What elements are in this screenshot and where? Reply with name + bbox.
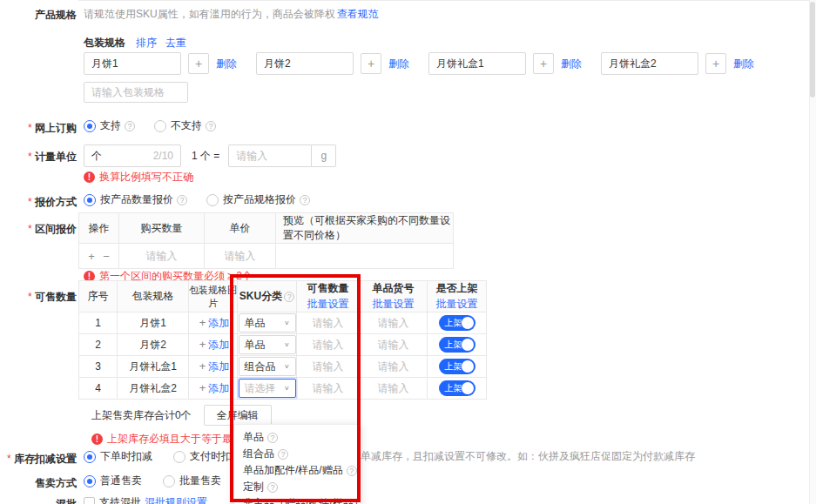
dedupe-link[interactable]: 去重 <box>165 36 186 50</box>
row-qty-cell <box>297 334 360 356</box>
help-icon <box>267 482 278 493</box>
mixed-batch-option-label: 支持混批 <box>99 495 141 504</box>
new-spec-input[interactable] <box>84 82 188 103</box>
add-image-plus-icon[interactable]: + <box>197 338 209 351</box>
unit-eq-text: 1 个 = <box>192 149 219 164</box>
row-no: 3 <box>79 356 118 378</box>
mixed-batch-checkbox[interactable] <box>84 497 95 504</box>
spec-group: 删除 <box>84 52 237 75</box>
add-image-plus-icon[interactable]: + <box>197 381 209 394</box>
unit-error: 换算比例填写不正确 <box>84 170 193 185</box>
table-row: 4 月饼礼盒2 +添加 请选择 上架 <box>79 378 487 400</box>
sku-option-custom[interactable]: 定制 <box>234 479 360 495</box>
item-code-input[interactable] <box>369 317 418 329</box>
online-toggle[interactable]: 上架 <box>439 315 475 331</box>
plus-icon[interactable] <box>705 53 726 74</box>
mixed-batch-rule-link[interactable]: 混批规则设置 <box>145 495 207 504</box>
online-toggle[interactable]: 上架 <box>439 359 475 374</box>
batch-set-qty-link[interactable]: 批量设置 <box>297 297 359 312</box>
add-image-link[interactable]: 添加 <box>208 360 229 373</box>
range-op-cell: + − <box>79 244 119 269</box>
add-range-row-button[interactable]: + <box>85 250 98 263</box>
delete-spec-link[interactable]: 删除 <box>561 57 582 71</box>
item-code-input[interactable] <box>369 360 418 373</box>
col-header-no: 序号 <box>79 281 118 312</box>
code-header-text: 单品货号 <box>360 281 427 296</box>
sku-select[interactable]: 单品 <box>239 335 296 354</box>
row-sku-cell: 请选择 <box>238 378 297 400</box>
row-sku-cell: 单品 <box>238 334 297 356</box>
package-spec-input[interactable] <box>256 52 354 75</box>
spec-group: 删除 <box>428 52 582 75</box>
plus-icon[interactable] <box>188 53 209 74</box>
sku-option-label: 组合品 <box>243 447 274 461</box>
unit-gram-box[interactable]: g <box>312 144 336 167</box>
help-icon <box>278 449 288 460</box>
sku-select[interactable]: 组合品 <box>239 357 296 376</box>
online-toggle[interactable]: 上架 <box>439 380 475 396</box>
row-qty-cell <box>297 378 360 400</box>
range-header-preview: 预览（可根据买家采购的不同数量设置不同价格） <box>276 213 454 244</box>
remove-range-row-button[interactable]: − <box>100 250 112 263</box>
radio-normal-sell[interactable] <box>84 475 96 487</box>
row-online-cell: 上架 <box>428 378 487 400</box>
delete-spec-link[interactable]: 删除 <box>733 57 754 71</box>
radio-deduct-on-pay[interactable] <box>173 451 185 463</box>
sku-option-combo[interactable]: 组合品 <box>234 446 360 462</box>
sku-select-open[interactable]: 请选择 <box>239 379 296 398</box>
sellable-qty-input[interactable] <box>304 382 353 394</box>
label-unit: 计量单位 <box>0 150 77 165</box>
item-code-input[interactable] <box>369 382 418 394</box>
range-price-cell <box>205 244 276 269</box>
unit-error-text: 换算比例填写不正确 <box>99 170 193 185</box>
radio-not-support[interactable] <box>154 120 166 132</box>
package-spec-input[interactable] <box>84 52 181 75</box>
scrollbar-thumb[interactable] <box>810 2 815 97</box>
help-icon <box>300 195 310 205</box>
sku-option-label: 非主品（赠品/配件/样品） <box>243 496 360 504</box>
sku-select[interactable]: 单品 <box>239 313 296 333</box>
radio-support[interactable] <box>84 120 96 132</box>
sku-option-single[interactable]: 单品 <box>234 429 360 446</box>
package-spec-input[interactable] <box>428 52 526 75</box>
sort-link[interactable]: 排序 <box>136 36 157 50</box>
add-image-plus-icon[interactable]: + <box>197 360 209 373</box>
range-quote-table: 操作 购买数量 单价 预览（可根据买家采购的不同数量设置不同价格） + − <box>78 212 454 269</box>
fullscreen-edit-button[interactable]: 全屏编辑 <box>204 405 272 426</box>
unit-input[interactable]: 个 2/10 <box>84 144 181 167</box>
sellable-qty-input[interactable] <box>304 339 353 351</box>
sellable-qty-input[interactable] <box>304 317 353 329</box>
view-spec-link[interactable]: 查看规范 <box>337 7 379 22</box>
delete-spec-link[interactable]: 删除 <box>388 57 409 71</box>
add-image-link[interactable]: 添加 <box>208 317 229 329</box>
sku-option-single-plus[interactable]: 单品加配件/样品/赠品 <box>234 462 360 479</box>
range-price-input[interactable] <box>212 250 268 262</box>
top-divider <box>78 0 816 1</box>
batch-set-code-link[interactable]: 批量设置 <box>360 297 427 312</box>
add-image-link[interactable]: 添加 <box>208 339 229 351</box>
online-toggle[interactable]: 上架 <box>439 337 475 353</box>
radio-quote-by-spec[interactable] <box>206 194 219 206</box>
product-edit-page: 产品规格 请规范使用SKU属性，如有滥用的行为，商品会被降权 查看规范 包装规格… <box>0 0 816 504</box>
radio-batch-sell[interactable] <box>163 475 175 487</box>
unit-convert-input[interactable] <box>228 144 312 167</box>
label-sellable-qty: 可售数量 <box>0 290 77 305</box>
add-image-link[interactable]: 添加 <box>208 382 229 394</box>
plus-icon[interactable] <box>361 53 381 74</box>
unit-counter: 2/10 <box>153 150 173 162</box>
help-icon <box>284 292 294 302</box>
package-spec-input[interactable] <box>601 52 698 75</box>
radio-deduct-on-order[interactable] <box>84 451 96 463</box>
scrollbar-track[interactable] <box>809 0 816 504</box>
item-code-input[interactable] <box>369 339 418 351</box>
add-image-plus-icon[interactable]: + <box>197 316 209 329</box>
radio-quote-by-qty[interactable] <box>84 194 96 206</box>
range-qty-input[interactable] <box>127 250 197 262</box>
row-img-cell: +添加 <box>189 312 238 334</box>
delete-spec-link[interactable]: 删除 <box>216 57 237 71</box>
sellable-qty-input[interactable] <box>304 360 353 373</box>
plus-icon[interactable] <box>533 53 554 74</box>
range-header-op: 操作 <box>79 213 119 244</box>
batch-set-online-link[interactable]: 批量设置 <box>428 297 486 312</box>
sku-option-non-main[interactable]: 非主品（赠品/配件/样品） <box>234 495 360 504</box>
